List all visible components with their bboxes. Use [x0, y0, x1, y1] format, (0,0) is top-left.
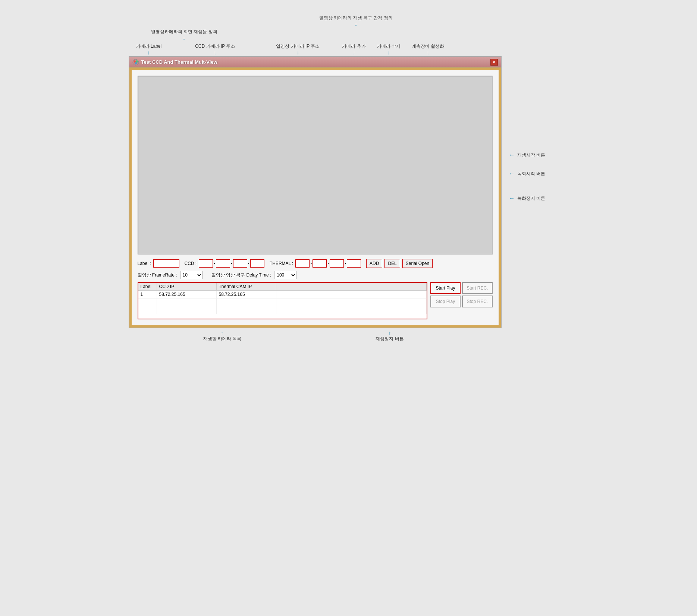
- delay-select[interactable]: 100 200 300 500: [274, 271, 296, 279]
- camera-del-arrow: ↓: [387, 50, 390, 56]
- col-header-ccd: CCD IP: [157, 283, 217, 290]
- thermal-ip-field-3[interactable]: [330, 259, 344, 268]
- controls-row: Label : CCD : · · · THERMAL :: [138, 259, 493, 268]
- play-start-annot-label: 재생시작 버튼: [517, 152, 545, 158]
- rec-stop-annot-item: ← 녹화정지 버튼: [509, 192, 569, 204]
- thermal-ip-label-text: 열영상 카메라 IP 주소: [276, 43, 320, 50]
- app-icon: [132, 59, 139, 66]
- thermal-dot-2: ·: [327, 260, 329, 266]
- rec-start-annot-label: 녹화시작 버튼: [517, 171, 545, 177]
- empty-cell: [217, 298, 276, 306]
- empty-cell: [157, 298, 217, 306]
- ccd-ip-field-3[interactable]: [233, 259, 247, 268]
- play-stop-arrow-up: ↑: [388, 330, 391, 336]
- camera-list-annotation: ↑ 재생할 카메라 목록: [203, 330, 242, 342]
- rec-start-annot-item: ← 녹화시작 버튼: [509, 168, 569, 180]
- row-label: 1: [138, 291, 157, 298]
- serial-open-annotation: 계측장비 활성화 ↓: [412, 43, 444, 56]
- camera-del-label-text: 카메라 삭제: [377, 43, 401, 50]
- thermal-dot-1: ·: [310, 260, 312, 266]
- table-row-empty-1: [138, 298, 427, 306]
- camera-label-arrow: ↓: [147, 50, 150, 56]
- play-stop-label: 재생정지 버튼: [376, 336, 404, 342]
- ccd-dot-2: ·: [231, 260, 232, 266]
- ccd-ip-annotation: CCD 카메라 IP 주소 ↓: [195, 43, 235, 56]
- thermal-interval-arrow: ↓: [355, 21, 357, 27]
- delay-label: 열영상 영상 복구 Delay Time :: [211, 272, 271, 278]
- ccd-ip-group: · · ·: [199, 259, 264, 268]
- empty-cell: [138, 298, 157, 306]
- bottom-section: Label CCD IP Thermal CAM IP 1 58.72.25.1…: [138, 282, 493, 319]
- thermal-ip-field-1[interactable]: [295, 259, 310, 268]
- ccd-dot-1: ·: [214, 260, 215, 266]
- ccd-dot-3: ·: [248, 260, 249, 266]
- camera-list-label: 재생할 카메라 목록: [203, 336, 242, 342]
- serial-open-arrow: ↓: [427, 50, 429, 56]
- svg-point-2: [136, 60, 138, 63]
- start-rec-button[interactable]: Start REC.: [462, 282, 492, 294]
- camera-label-annotation: 카메라 Label ↓: [136, 43, 162, 56]
- thermal-framerate-arrow: ↓: [183, 35, 185, 41]
- stop-play-button[interactable]: Stop Play: [430, 296, 461, 307]
- start-play-button[interactable]: Start Play: [430, 282, 461, 294]
- window-title: Test CCD And Thermal Mult-View: [141, 59, 217, 65]
- thermal-interval-annotation: 열영상 카메라의 재생 복구 간격 정의 ↓: [319, 15, 393, 27]
- serial-open-button[interactable]: Serial Open: [402, 259, 433, 268]
- label-input[interactable]: [153, 259, 179, 268]
- row-thermal-ip: 58.72.25.165: [217, 291, 276, 298]
- thermal-framerate-label: 열영상카메라의 화면 재생율 정의: [151, 29, 217, 35]
- thermal-framerate-annotation: 열영상카메라의 화면 재생율 정의 ↓: [151, 29, 217, 41]
- camera-list-arrow-up: ↑: [221, 330, 223, 336]
- close-button[interactable]: ✕: [490, 59, 498, 66]
- empty-cell: [138, 306, 157, 314]
- add-button[interactable]: ADD: [366, 259, 382, 268]
- play-stop-annotation: ↑ 재생정지 버튼: [376, 330, 404, 342]
- empty-cell: [217, 306, 276, 314]
- col-header-extra: [276, 283, 427, 290]
- table-row-empty-2: [138, 306, 427, 314]
- table-row: 1 58.72.25.165 58.72.25.165: [138, 291, 427, 298]
- thermal-ip-annotation: 열영상 카메라 IP 주소 ↓: [276, 43, 320, 56]
- col-header-thermal: Thermal CAM IP: [217, 283, 276, 290]
- thermal-dot-3: ·: [345, 260, 346, 266]
- ccd-ip-field-2[interactable]: [216, 259, 230, 268]
- ccd-ip-field-4[interactable]: [250, 259, 264, 268]
- rec-stop-annot-label: 녹화정지 버튼: [517, 195, 545, 202]
- thermal-field-label: THERMAL :: [270, 261, 293, 266]
- thermal-ip-group: · · ·: [295, 259, 361, 268]
- empty-cell: [157, 306, 217, 314]
- camera-add-label-text: 카메라 추가: [342, 43, 365, 50]
- window-body: Label : CCD : · · · THERMAL :: [129, 67, 501, 328]
- thermal-interval-label: 열영상 카메라의 재생 복구 간격 정의: [319, 15, 393, 21]
- camera-add-annotation: 카메라 추가 ↓: [342, 43, 365, 56]
- camera-label-text: 카메라 Label: [136, 43, 162, 50]
- ccd-field-label: CCD :: [185, 261, 197, 266]
- svg-point-1: [134, 60, 136, 63]
- empty-cell: [276, 298, 427, 306]
- rec-start-arrow: ←: [509, 170, 515, 177]
- label-field-label: Label :: [138, 261, 151, 266]
- row-extra: [276, 291, 427, 298]
- framerate-label: 열영상 FrameRate :: [138, 272, 177, 278]
- framerate-select[interactable]: 10 15 20 25 30: [180, 271, 202, 279]
- framerate-row: 열영상 FrameRate : 10 15 20 25 30 열영상 영상 복구…: [138, 271, 493, 279]
- thermal-ip-field-4[interactable]: [347, 259, 361, 268]
- play-start-arrow: ←: [509, 152, 515, 158]
- ccd-ip-field-1[interactable]: [199, 259, 213, 268]
- row-ccd-ip: 58.72.25.165: [157, 291, 217, 298]
- svg-point-3: [135, 62, 137, 64]
- table-header: Label CCD IP Thermal CAM IP: [138, 283, 427, 291]
- rec-stop-arrow: ←: [509, 195, 515, 202]
- serial-open-label-text: 계측장비 활성화: [412, 43, 444, 50]
- stop-rec-button[interactable]: Stop REC.: [462, 296, 492, 307]
- playback-buttons-group: Start Play Start REC. Stop Play Stop REC…: [430, 282, 493, 307]
- thermal-ip-field-2[interactable]: [313, 259, 327, 268]
- empty-cell: [276, 306, 427, 314]
- main-window: Test CCD And Thermal Mult-View ✕ Label :…: [129, 56, 502, 328]
- thermal-ip-arrow: ↓: [296, 50, 299, 56]
- right-annotations: ← 재생시작 버튼 ← 녹화시작 버튼 ← 녹화정지 버튼: [509, 15, 569, 210]
- del-button[interactable]: DEL: [384, 259, 400, 268]
- col-header-label: Label: [138, 283, 157, 290]
- camera-table: Label CCD IP Thermal CAM IP 1 58.72.25.1…: [138, 282, 427, 319]
- play-start-annot-item: ← 재생시작 버튼: [509, 149, 569, 161]
